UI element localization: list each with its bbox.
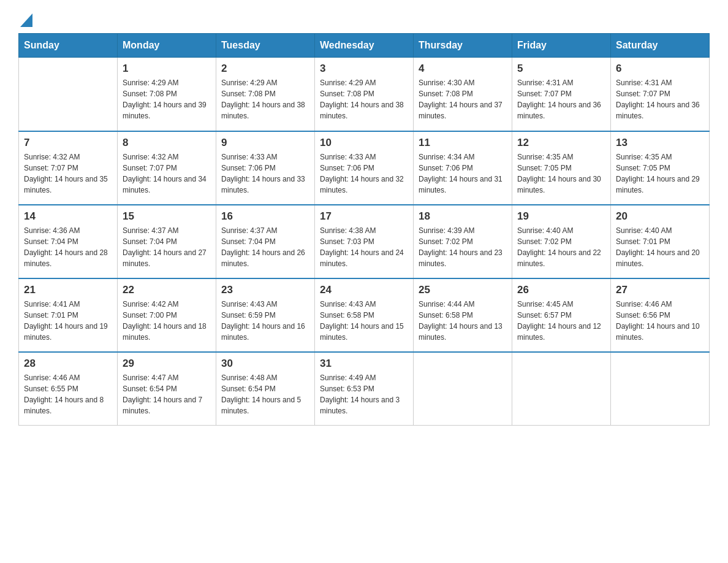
day-info: Sunrise: 4:44 AMSunset: 6:58 PMDaylight:… [419,299,507,343]
day-number: 3 [320,63,408,75]
day-info: Sunrise: 4:41 AMSunset: 7:01 PMDaylight:… [24,299,112,343]
day-number: 28 [24,358,112,370]
day-number: 8 [123,137,211,149]
day-info: Sunrise: 4:29 AMSunset: 7:08 PMDaylight:… [320,77,408,121]
day-info: Sunrise: 4:31 AMSunset: 7:07 PMDaylight:… [517,77,605,121]
calendar-cell: 17Sunrise: 4:38 AMSunset: 7:03 PMDayligh… [315,205,414,278]
day-info: Sunrise: 4:37 AMSunset: 7:04 PMDaylight:… [221,225,309,269]
calendar-cell: 3Sunrise: 4:29 AMSunset: 7:08 PMDaylight… [315,58,414,131]
day-info: Sunrise: 4:34 AMSunset: 7:06 PMDaylight:… [419,151,507,196]
calendar-cell [512,352,611,426]
day-info: Sunrise: 4:47 AMSunset: 6:54 PMDaylight:… [123,372,211,416]
day-number: 18 [419,210,507,223]
logo-triangle-icon [20,13,32,27]
calendar-cell [414,352,512,426]
calendar-cell: 25Sunrise: 4:44 AMSunset: 6:58 PMDayligh… [414,278,512,352]
day-of-week-header: Monday [118,34,216,58]
day-info: Sunrise: 4:32 AMSunset: 7:07 PMDaylight:… [123,151,211,196]
calendar-cell: 7Sunrise: 4:32 AMSunset: 7:07 PMDaylight… [19,131,118,205]
day-info: Sunrise: 4:36 AMSunset: 7:04 PMDaylight:… [24,225,112,269]
day-info: Sunrise: 4:30 AMSunset: 7:08 PMDaylight:… [419,77,507,121]
day-info: Sunrise: 4:48 AMSunset: 6:54 PMDaylight:… [221,372,309,416]
day-number: 4 [419,63,507,75]
day-of-week-header: Sunday [19,34,118,58]
day-number: 27 [616,284,704,296]
calendar-cell [611,352,710,426]
day-number: 16 [221,210,309,223]
calendar-week-row: 14Sunrise: 4:36 AMSunset: 7:04 PMDayligh… [19,205,710,278]
calendar-cell: 4Sunrise: 4:30 AMSunset: 7:08 PMDaylight… [414,58,512,131]
calendar-cell: 22Sunrise: 4:42 AMSunset: 7:00 PMDayligh… [118,278,216,352]
calendar-cell: 21Sunrise: 4:41 AMSunset: 7:01 PMDayligh… [19,278,118,352]
calendar-cell: 13Sunrise: 4:35 AMSunset: 7:05 PMDayligh… [611,131,710,205]
calendar-cell: 18Sunrise: 4:39 AMSunset: 7:02 PMDayligh… [414,205,512,278]
calendar-cell: 29Sunrise: 4:47 AMSunset: 6:54 PMDayligh… [118,352,216,426]
calendar-cell: 8Sunrise: 4:32 AMSunset: 7:07 PMDaylight… [118,131,216,205]
day-of-week-header: Friday [512,34,611,58]
day-of-week-header: Wednesday [315,34,414,58]
day-info: Sunrise: 4:42 AMSunset: 7:00 PMDaylight:… [123,299,211,343]
day-number: 24 [320,284,408,296]
calendar-cell: 31Sunrise: 4:49 AMSunset: 6:53 PMDayligh… [315,352,414,426]
day-number: 26 [517,284,605,296]
calendar-cell: 12Sunrise: 4:35 AMSunset: 7:05 PMDayligh… [512,131,611,205]
calendar-week-row: 21Sunrise: 4:41 AMSunset: 7:01 PMDayligh… [19,278,710,352]
day-number: 29 [123,358,211,370]
calendar-cell: 9Sunrise: 4:33 AMSunset: 7:06 PMDaylight… [216,131,315,205]
day-number: 25 [419,284,507,296]
day-info: Sunrise: 4:32 AMSunset: 7:07 PMDaylight:… [24,151,112,196]
day-number: 11 [419,137,507,149]
day-number: 19 [517,210,605,223]
calendar-cell: 20Sunrise: 4:40 AMSunset: 7:01 PMDayligh… [611,205,710,278]
day-info: Sunrise: 4:43 AMSunset: 6:59 PMDaylight:… [221,299,309,343]
calendar-week-row: 28Sunrise: 4:46 AMSunset: 6:55 PMDayligh… [19,352,710,426]
day-info: Sunrise: 4:38 AMSunset: 7:03 PMDaylight:… [320,225,408,269]
day-info: Sunrise: 4:39 AMSunset: 7:02 PMDaylight:… [419,225,507,269]
day-info: Sunrise: 4:31 AMSunset: 7:07 PMDaylight:… [616,77,704,121]
calendar-table: SundayMondayTuesdayWednesdayThursdayFrid… [18,33,710,426]
page-header [18,12,710,27]
day-number: 7 [24,137,112,149]
calendar-header: SundayMondayTuesdayWednesdayThursdayFrid… [19,34,710,58]
day-of-week-header: Tuesday [216,34,315,58]
calendar-cell: 14Sunrise: 4:36 AMSunset: 7:04 PMDayligh… [19,205,118,278]
day-info: Sunrise: 4:29 AMSunset: 7:08 PMDaylight:… [221,77,309,121]
day-of-week-header: Saturday [611,34,710,58]
day-number: 1 [123,63,211,75]
day-info: Sunrise: 4:40 AMSunset: 7:01 PMDaylight:… [616,225,704,269]
calendar-cell: 2Sunrise: 4:29 AMSunset: 7:08 PMDaylight… [216,58,315,131]
day-number: 31 [320,358,408,370]
day-number: 30 [221,358,309,370]
day-info: Sunrise: 4:33 AMSunset: 7:06 PMDaylight:… [221,151,309,196]
calendar-cell: 16Sunrise: 4:37 AMSunset: 7:04 PMDayligh… [216,205,315,278]
day-info: Sunrise: 4:29 AMSunset: 7:08 PMDaylight:… [123,77,211,121]
day-number: 2 [221,63,309,75]
day-info: Sunrise: 4:49 AMSunset: 6:53 PMDaylight:… [320,372,408,416]
calendar-cell: 26Sunrise: 4:45 AMSunset: 6:57 PMDayligh… [512,278,611,352]
day-number: 22 [123,284,211,296]
calendar-week-row: 7Sunrise: 4:32 AMSunset: 7:07 PMDaylight… [19,131,710,205]
day-info: Sunrise: 4:43 AMSunset: 6:58 PMDaylight:… [320,299,408,343]
day-info: Sunrise: 4:35 AMSunset: 7:05 PMDaylight:… [517,151,605,196]
logo [18,12,32,27]
day-of-week-header: Thursday [414,34,512,58]
calendar-cell: 30Sunrise: 4:48 AMSunset: 6:54 PMDayligh… [216,352,315,426]
calendar-cell [19,58,118,131]
day-info: Sunrise: 4:45 AMSunset: 6:57 PMDaylight:… [517,299,605,343]
calendar-cell: 24Sunrise: 4:43 AMSunset: 6:58 PMDayligh… [315,278,414,352]
day-info: Sunrise: 4:46 AMSunset: 6:56 PMDaylight:… [616,299,704,343]
day-info: Sunrise: 4:46 AMSunset: 6:55 PMDaylight:… [24,372,112,416]
calendar-body: 1Sunrise: 4:29 AMSunset: 7:08 PMDaylight… [19,58,710,426]
day-number: 5 [517,63,605,75]
day-number: 13 [616,137,704,149]
day-number: 17 [320,210,408,223]
calendar-cell: 10Sunrise: 4:33 AMSunset: 7:06 PMDayligh… [315,131,414,205]
svg-marker-0 [20,13,32,27]
day-number: 23 [221,284,309,296]
calendar-cell: 1Sunrise: 4:29 AMSunset: 7:08 PMDaylight… [118,58,216,131]
calendar-week-row: 1Sunrise: 4:29 AMSunset: 7:08 PMDaylight… [19,58,710,131]
calendar-cell: 27Sunrise: 4:46 AMSunset: 6:56 PMDayligh… [611,278,710,352]
day-number: 14 [24,210,112,223]
day-info: Sunrise: 4:40 AMSunset: 7:02 PMDaylight:… [517,225,605,269]
day-number: 15 [123,210,211,223]
